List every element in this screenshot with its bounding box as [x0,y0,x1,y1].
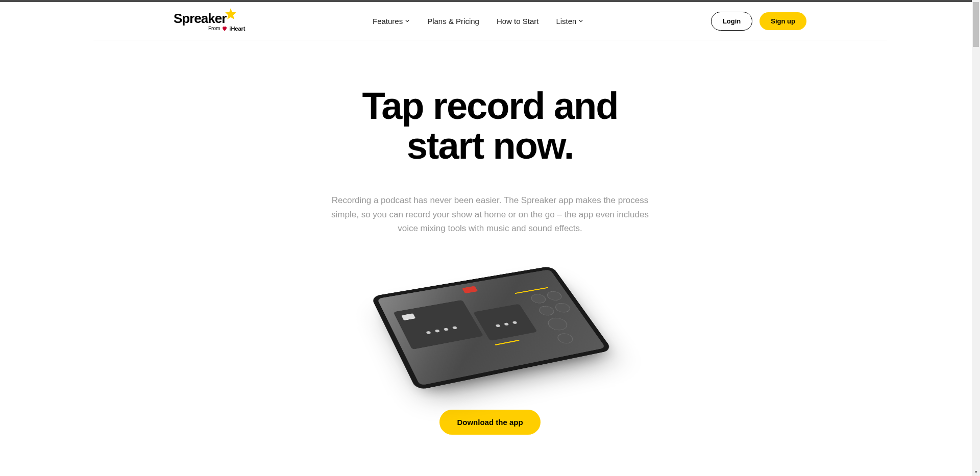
tablet-mockup [371,266,612,390]
brand-logo[interactable]: Spreaker From iHeart [174,11,246,32]
chevron-down-icon [578,18,583,23]
nav-label-features: Features [373,17,403,26]
hero-title-line2: start now. [407,124,574,167]
brand-name: Spreaker [174,11,226,27]
download-app-button[interactable]: Download the app [439,410,540,435]
nav-label-how: How to Start [497,17,539,26]
scrollbar[interactable]: ▾ [972,0,980,435]
cta-section: Download the app [209,410,771,435]
hero-title-line1: Tap record and [362,85,618,127]
main-nav: Features Plans & Pricing How to Start Li… [373,17,583,26]
nav-item-listen[interactable]: Listen [556,17,583,26]
scrollbar-thumb[interactable] [973,2,979,47]
tagline-prefix: From [208,26,220,31]
accent-line-graphic [495,340,520,345]
nav-label-plans: Plans & Pricing [427,17,479,26]
record-button-graphic [462,286,478,293]
panel-graphic-left [393,300,483,349]
tagline-brand: iHeart [229,26,245,32]
nav-item-features[interactable]: Features [373,17,410,26]
nav-item-plans[interactable]: Plans & Pricing [427,17,479,26]
site-header: Spreaker From iHeart Features Plans & Pr… [93,2,887,40]
hero-image [209,252,771,394]
panel-graphic-center [473,304,537,341]
chevron-down-icon [405,18,410,23]
star-icon [224,8,237,21]
nav-label-listen: Listen [556,17,576,26]
hero-section: Tap record and start now. Recording a po… [209,40,771,435]
hero-description: Recording a podcast has never been easie… [327,193,653,235]
tablet-screen [377,269,606,386]
tablet-body [371,266,612,390]
signup-button[interactable]: Sign up [760,12,806,30]
hero-title: Tap record and start now. [209,86,771,165]
header-actions: Login Sign up [711,12,806,31]
effects-panel-graphic [529,290,592,345]
nav-item-how-to-start[interactable]: How to Start [497,17,539,26]
login-button[interactable]: Login [711,12,752,31]
